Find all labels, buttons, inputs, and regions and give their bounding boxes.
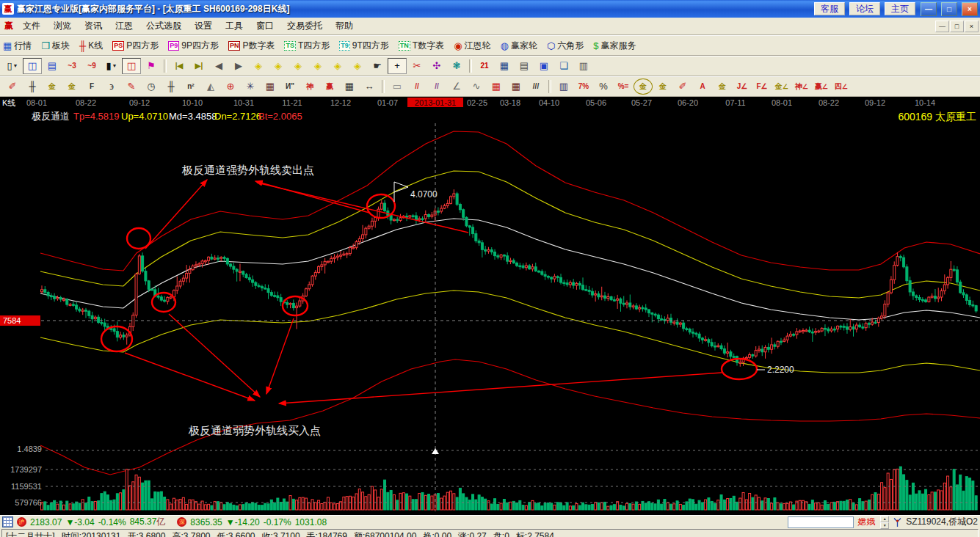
si-angle-icon[interactable]: 四∠	[832, 78, 851, 95]
t-number-table-button[interactable]: TNT数字表	[399, 40, 444, 52]
memo-icon[interactable]: ▤	[515, 58, 534, 74]
gold-angle-icon[interactable]: 金∠	[772, 78, 791, 95]
menu-item-9[interactable]: 帮助	[329, 18, 360, 34]
menu-item-8[interactable]: 交易委托	[280, 18, 329, 34]
f-angle-icon[interactable]: F∠	[752, 78, 772, 95]
close-button[interactable]: ×	[962, 2, 978, 16]
trend-angles-icon[interactable]: ∠	[447, 78, 466, 95]
homepage-button[interactable]: 主页	[885, 2, 915, 15]
p-square-button[interactable]: PSP四方形	[112, 40, 159, 52]
bar-stats-icon[interactable]: ▥	[554, 78, 573, 95]
menu-item-1[interactable]: 浏览	[47, 18, 78, 34]
9t-square-button[interactable]: T99T四方形	[339, 40, 389, 52]
gold-angle-line-icon[interactable]: 金	[713, 78, 732, 95]
9p-square-button[interactable]: P99P四方形	[168, 40, 219, 52]
time-circle-icon[interactable]: ◷	[142, 78, 161, 95]
gann-wheel-button[interactable]: ◉江恩轮	[454, 40, 490, 52]
zigzag-wave-icon[interactable]: ∿	[467, 78, 486, 95]
menu-item-3[interactable]: 江恩	[109, 18, 139, 34]
menu-item-0[interactable]: 文件	[16, 18, 47, 34]
shanghai-index-icon[interactable]: 沪	[17, 517, 26, 527]
n-square-icon[interactable]: n²	[181, 78, 200, 95]
draw-brush-2-icon[interactable]: ✎	[122, 78, 141, 95]
minimize-button[interactable]: —	[921, 2, 937, 16]
gann-web-icon[interactable]: ✳	[241, 78, 260, 95]
child-restore-button[interactable]: □	[950, 21, 964, 32]
child-close-button[interactable]: ×	[965, 21, 979, 32]
export-icon[interactable]: ❏	[554, 58, 573, 74]
prev-bar-icon[interactable]: ◀	[209, 58, 228, 74]
smart-analysis-icon[interactable]: ❃	[447, 58, 466, 74]
pane-splitter-handle[interactable]	[432, 448, 439, 454]
ticker-spinner[interactable]: ▲▼	[880, 516, 889, 529]
full-view-icon[interactable]: ◈	[348, 58, 367, 74]
quote-grid-icon[interactable]	[2, 516, 13, 527]
gold-section-ext-icon[interactable]: 金	[62, 78, 81, 95]
winner-wheel-button[interactable]: ◍赢家轮	[501, 40, 537, 52]
kline-chart[interactable]: 08-0108-2209-1210-1010-3111-2112-1201-07…	[0, 97, 980, 515]
shen-angle-icon[interactable]: 神∠	[792, 78, 811, 95]
next-bar-icon[interactable]: ▶	[229, 58, 248, 74]
percent-icon[interactable]: %	[594, 78, 613, 95]
menu-item-6[interactable]: 工具	[219, 18, 250, 34]
percent-7-icon[interactable]: 7%	[574, 78, 593, 95]
kline-style-icon[interactable]: ▯▼	[3, 58, 22, 74]
winner-service-button[interactable]: $赢家服务	[593, 40, 636, 52]
j-angle-icon[interactable]: J∠	[733, 78, 752, 95]
info-view-icon[interactable]: ▤	[43, 58, 62, 74]
speed-fan-2-icon[interactable]: //	[427, 78, 446, 95]
pan-left-icon[interactable]: ◈	[249, 58, 268, 74]
restore-button[interactable]: □	[941, 2, 957, 16]
time-ruler-icon[interactable]: ╫	[161, 78, 181, 95]
ying-tool-icon[interactable]: 赢	[320, 78, 339, 95]
parallel-lines-icon[interactable]: ///	[526, 78, 545, 95]
kline-style-dropdown-icon[interactable]: ▼	[13, 61, 18, 71]
menu-item-7[interactable]: 窗口	[250, 18, 280, 34]
shenzhen-index-icon[interactable]: 深	[177, 517, 186, 527]
pattern-window-icon[interactable]: ◫	[23, 58, 42, 74]
price-grid-icon[interactable]: ▦	[487, 78, 506, 95]
shen-tool-icon[interactable]: 神	[300, 78, 319, 95]
sectors-button[interactable]: ❒板块	[41, 40, 70, 52]
stock-code-input[interactable]	[788, 516, 854, 528]
menu-item-5[interactable]: 设置	[188, 18, 219, 34]
gann-shape-tool-icon[interactable]: ✣	[427, 58, 446, 74]
angle-mirror-icon[interactable]: ◭	[201, 78, 220, 95]
span-measure-icon[interactable]: ↔	[360, 78, 379, 95]
hand-tool-icon[interactable]: ☛	[368, 58, 387, 74]
volume-flag-icon[interactable]: ⚑	[142, 58, 161, 74]
expand-x-icon[interactable]: ◈	[288, 58, 308, 74]
calculator-icon[interactable]: ▦	[495, 58, 514, 74]
child-minimize-button[interactable]: —	[935, 21, 949, 32]
time-grid-icon[interactable]: ▦	[507, 78, 526, 95]
gann-grid-icon[interactable]: ▦	[261, 78, 280, 95]
pan-right-icon[interactable]: ◈	[269, 58, 288, 74]
t-square-button[interactable]: TST四方形	[284, 40, 330, 52]
measure-tool-icon[interactable]: ✂	[407, 58, 427, 74]
compress-x-icon[interactable]: ◈	[308, 58, 327, 74]
draw-pen-icon[interactable]: ✐	[673, 78, 692, 95]
hexagon-button[interactable]: ⬡六角形	[547, 40, 584, 52]
draw-brush-icon[interactable]: ✐	[3, 78, 22, 95]
wave-mark-icon[interactable]: И"	[280, 78, 300, 95]
gann-box-icon[interactable]: ▭	[388, 78, 407, 95]
gann-compass-icon[interactable]: ⊕	[221, 78, 240, 95]
calendar-icon[interactable]: 21	[475, 58, 494, 74]
wave-9-icon[interactable]: ~9	[82, 58, 101, 74]
p-number-table-button[interactable]: PNP数字表	[228, 40, 275, 52]
customer-service-button[interactable]: 客服	[814, 2, 845, 15]
quotes-button[interactable]: ▦行情	[3, 40, 32, 52]
number-grid-icon[interactable]: ▦	[340, 78, 359, 95]
fibonacci-lines-icon[interactable]: F	[82, 78, 101, 95]
spiral-tool-icon[interactable]: ϶	[102, 78, 121, 95]
menu-item-4[interactable]: 公式选股	[139, 18, 188, 34]
menu-item-2[interactable]: 资讯	[78, 18, 109, 34]
wave-3-icon[interactable]: ~3	[62, 58, 81, 74]
gold-lines-icon[interactable]: 金	[653, 78, 672, 95]
gann-ruler-icon[interactable]: ╫	[23, 78, 42, 95]
speed-fan-icon[interactable]: //	[407, 78, 427, 95]
kline-button[interactable]: ╫K线	[79, 40, 103, 52]
pattern-window-red-icon[interactable]: ◫	[122, 58, 141, 74]
candle-type-dropdown-icon[interactable]: ▼	[112, 61, 117, 71]
print-icon[interactable]: ▥	[574, 58, 593, 74]
